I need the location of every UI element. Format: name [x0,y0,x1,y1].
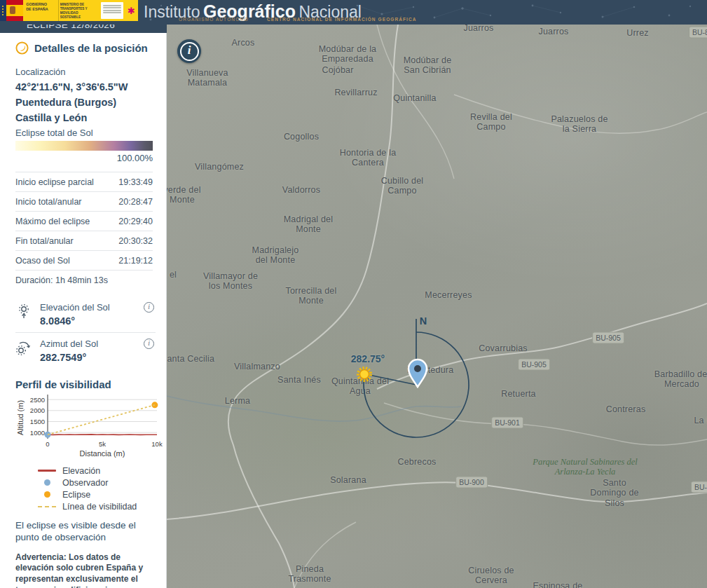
spain-flag-icon [6,0,24,21]
sidebar-title-row: Detalles de la posición [15,41,156,55]
sun-direction-icon[interactable] [358,368,371,381]
sun-azimuth-label: Azimut del Sol [40,339,98,349]
info-icon: i [188,43,191,57]
gobierno-text: GOBIERNO DE ESPAÑA [23,0,58,21]
observer-pin-marker[interactable] [409,360,427,387]
table-row: Inicio total/anular20:28:47 [15,191,153,211]
svg-text:Altitud (m): Altitud (m) [16,400,25,435]
event-time: 19:33:49 [118,177,153,187]
sun-azimuth-icon [15,339,34,363]
event-label: Ocaso del Sol [15,256,70,266]
info-icon[interactable]: i [144,339,154,349]
sidebar-title: Detalles de la posición [34,42,148,54]
svg-text:0: 0 [46,440,49,448]
legend-item: Elevación [38,465,156,477]
svg-text:1500: 1500 [30,418,45,425]
government-logo: GOBIERNO DE ESPAÑA MINISTERIO DE TRANSPO… [0,0,138,21]
magnitude-gradient-bar [15,141,153,151]
location-coordinates: 42°2'11.6"N, 3°36'6.5"W [15,81,156,93]
sun-elevation-label: Elevación del Sol [40,302,110,313]
info-icon[interactable]: i [144,302,154,313]
chart-legend: ElevaciónObservadorEclipseLínea de visib… [15,465,156,512]
event-time: 20:28:47 [118,197,153,207]
details-sidebar: Detalles de la posición Localización 42°… [0,33,167,588]
azimuth-line [369,375,416,385]
table-row: Máximo del eclipse20:29:40 [15,211,153,231]
event-label: Inicio total/anular [15,197,82,207]
eu-flag-strip [0,0,6,21]
sun-elevation-row: Elevación del Sol 8.0846° i [15,296,156,333]
table-row: Fin total/anular20:30:32 [15,231,153,250]
svg-text:5k: 5k [99,440,106,448]
location-region: Castilla y León [15,112,156,123]
legend-item: Observador [38,477,156,488]
visibility-chart-wrap: 100015002000250005k10kDistancia (m)Altit… [15,393,156,463]
table-row: Inicio eclipse parcial19:33:49 [15,172,153,191]
svg-text:1000: 1000 [30,429,45,437]
sun-azimuth-row: Azimut del Sol 282.7549° i [15,333,156,369]
svg-text:2500: 2500 [30,396,45,404]
visibility-chart: 100015002000250005k10kDistancia (m)Altit… [15,393,164,460]
location-municipality: Puentedura (Burgos) [15,97,156,108]
eclipse-events-table: Inicio eclipse parcial19:33:49 Inicio to… [15,172,153,289]
ministry-text: MINISTERIO DE TRANSPORTES Y MOVILIDAD SO… [58,0,99,21]
event-time: 21:19:12 [118,256,153,266]
legend-item: Eclipse [38,488,156,500]
duration-row: Duración: 1h 48min 13s [15,270,153,289]
svg-text:2000: 2000 [30,406,45,414]
sun-elevation-icon [15,302,34,327]
event-label: Fin total/anular [15,236,74,246]
recovery-plan-logo: ✱ [125,0,138,21]
map-overlay-layer [167,25,707,588]
sun-azimuth-value: 282.7549° [40,352,98,363]
table-row: Ocaso del Sol21:19:12 [15,250,153,270]
info-button-ring: i [180,42,199,61]
event-time: 20:29:40 [118,217,153,226]
map-canvas[interactable]: JuarrosJuarrosUrrezBU-8ArcosModúbar de l… [167,25,707,588]
svg-text:10k: 10k [151,440,163,448]
visibility-note: El eclipse es visible desde el punto de … [15,520,156,544]
event-label: Máximo del eclipse [15,217,90,226]
event-time: 20:30:32 [118,236,153,246]
coverage-percentage: 100.00% [15,153,153,163]
eclipse-type-label: Eclipse total de Sol [15,128,156,138]
location-label: Localización [15,67,156,77]
elevation-warning: Advertencia: Los datos de elevación solo… [15,552,154,588]
brand-subtitle: ORGANISMO AUTÓNOMOCENTRO NACIONAL DE INF… [179,17,417,22]
svg-text:Distancia (m): Distancia (m) [80,449,125,458]
recovery-plan-card [101,2,123,19]
legend-item: Línea de visibilidad [38,500,156,512]
eclipse-icon [15,41,29,55]
event-label: Inicio eclipse parcial [15,177,94,187]
sun-elevation-value: 8.0846° [40,315,110,327]
visibility-profile-title: Perfil de visibilidad [15,378,156,390]
sun-position-section: Elevación del Sol 8.0846° i Azimut del S… [15,296,156,369]
map-info-button[interactable]: i [177,39,201,63]
